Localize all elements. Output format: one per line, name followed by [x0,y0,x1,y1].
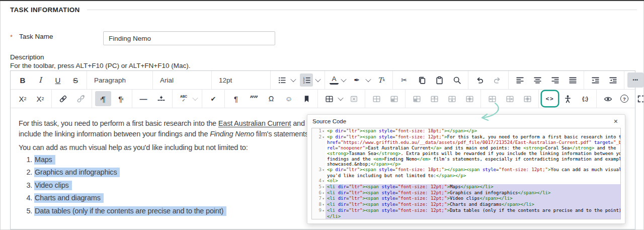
subscript-button[interactable]: X2 [32,91,48,106]
chevron-down-icon[interactable] [290,76,296,82]
highlight-color-button[interactable]: ✒ [349,72,372,88]
horizontal-rule-button[interactable]: — [135,91,151,106]
strikethrough-button[interactable]: S [67,72,84,88]
insert-link-icon [56,92,69,105]
special-character-icon: Ω [265,92,278,105]
align-justify-button[interactable] [565,72,581,88]
numbered-list-button[interactable]: 123 [298,72,321,88]
left-to-right-button[interactable]: ›¶ [95,91,111,106]
delete-table-button[interactable] [346,91,362,106]
italic-button[interactable]: I [32,72,48,88]
left-to-right-icon: ›¶ [97,92,110,105]
font-size-select[interactable]: 12pt [215,72,267,88]
copy-button[interactable] [414,72,430,88]
code-editor[interactable]: 1▾<p dir="ltr"><span style="font-size: 1… [311,128,621,219]
delete-column-button[interactable] [519,91,535,106]
chevron-down-icon[interactable] [341,76,346,82]
fold-arrow-icon[interactable]: ▾ [321,168,325,173]
align-justify-icon [566,73,579,87]
fullscreen-button[interactable] [633,91,644,106]
east-australian-current-link[interactable]: East Australian Current [218,119,291,127]
anchor-button[interactable] [298,91,314,106]
cell-properties-icon [370,92,383,105]
align-center-button[interactable] [529,72,545,88]
cut-button[interactable]: ✂ [396,72,412,88]
fold-arrow-icon[interactable]: ▾ [321,208,325,214]
subscript-icon: X2 [34,92,47,105]
insert-column-before-button[interactable] [484,91,500,106]
bold-button[interactable]: B [15,72,31,88]
right-to-left-button[interactable]: ¶‹ [113,91,129,106]
chevron-down-icon[interactable] [192,95,198,101]
align-left-button[interactable] [512,72,528,88]
align-right-button[interactable] [547,72,563,88]
spellcheck-button[interactable]: ABC✓ [176,91,199,106]
emoticons-button[interactable]: ☺ [281,91,297,106]
merge-cells-button[interactable] [386,91,402,106]
insert-column-after-button[interactable] [502,91,518,106]
text-color-button[interactable]: A [328,72,347,88]
chevron-down-icon[interactable] [338,95,343,101]
preview-button[interactable] [600,91,616,106]
paragraph-style-select[interactable]: Paragraph [90,72,149,88]
table-button[interactable] [321,91,344,106]
more-toolbar-button[interactable]: ••• [627,72,643,88]
help-icon: ? [620,95,628,103]
merge-cells-icon [387,92,400,105]
insert-column-before-icon [486,92,499,105]
line-number-gutter [312,214,326,219]
clear-formatting-button[interactable]: Tx [373,72,389,88]
blockquote-icon: ”” [247,92,260,105]
insert-row-above-button[interactable] [426,91,442,106]
text-segment: Finding Nemo [210,130,254,138]
toolbar-group: <>{;} [538,90,596,108]
code-line: 10</ol> [312,219,620,219]
fold-arrow-icon[interactable]: ▾ [321,135,325,140]
code-line: </li> [312,214,620,219]
insert-column-after-icon [503,92,516,105]
insert-link-button[interactable] [55,91,71,106]
paragraph-marks-button[interactable]: ¶ [228,91,244,106]
special-character-button[interactable]: Ω [263,91,279,106]
chevron-down-icon[interactable] [315,76,320,82]
selected-text: Video clips [34,181,72,190]
paste-button[interactable] [431,72,447,88]
right-to-left-icon: ¶‹ [114,92,127,105]
font-family-select[interactable]: Arial [156,72,208,88]
code-sample-button[interactable]: {;} [577,91,593,106]
chevron-down-icon[interactable] [365,76,371,82]
task-name-input[interactable] [103,31,275,45]
line-number-gutter [312,157,326,162]
fold-arrow-icon[interactable]: ▾ [321,196,325,202]
undo-button[interactable] [471,72,488,88]
source-code-button[interactable]: <> [542,91,558,106]
help-button[interactable]: ? [617,91,631,106]
text-color-icon: A [330,75,339,84]
redo-button[interactable] [489,72,505,88]
horizontal-rule-icon: — [137,92,150,105]
cell-properties-button[interactable] [368,91,384,106]
underline-button[interactable]: U [50,72,66,88]
outdent-button[interactable] [605,72,621,88]
close-icon[interactable]: × [612,117,620,126]
delete-row-button[interactable] [461,91,477,106]
blockquote-button[interactable]: ”” [246,91,262,106]
fold-arrow-icon[interactable]: ▾ [321,179,325,184]
search-button[interactable] [449,72,465,88]
row-properties-button[interactable] [409,91,425,106]
accessibility-checker-button[interactable] [559,91,576,106]
delete-table-icon [347,92,360,105]
page-break-button[interactable] [153,91,169,106]
accessibility-checker-icon [561,92,574,105]
fold-arrow-icon[interactable]: ▾ [321,185,325,190]
insert-row-below-button[interactable] [444,91,460,106]
code-line: rel="noopener">East Australian Current</… [312,145,620,151]
fold-arrow-icon[interactable]: ▾ [321,202,325,208]
fold-arrow-icon[interactable]: ▾ [321,129,325,134]
indent-button[interactable] [587,72,603,88]
superscript-button[interactable]: X2 [15,91,31,106]
remove-link-button[interactable] [72,91,89,106]
fold-arrow-icon[interactable]: ▾ [321,191,325,196]
spellcheck-toggle-button[interactable]: ✔ [205,91,221,106]
bullet-list-button[interactable] [274,72,297,88]
